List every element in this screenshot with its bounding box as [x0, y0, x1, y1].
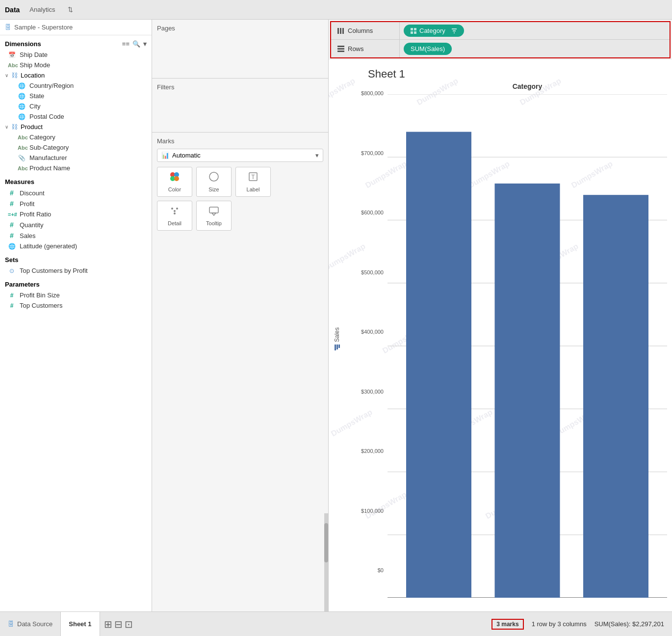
dimension-ship-mode[interactable]: Abc Ship Mode	[0, 60, 152, 70]
tooltip-label: Tooltip	[206, 220, 222, 226]
data-source-tab[interactable]: 🗄 Data Source	[0, 612, 61, 636]
svg-text:T: T	[251, 174, 255, 181]
dimension-city[interactable]: 🌐 City	[0, 101, 152, 111]
filter-icon	[451, 28, 457, 34]
category-pill-icon	[411, 28, 416, 34]
svg-rect-19	[414, 31, 416, 34]
add-sheet-icon1[interactable]: ⊞	[104, 618, 112, 630]
data-source-name[interactable]: Sample - Superstore	[14, 24, 73, 31]
dimension-location-group[interactable]: ∨ ⛓ Location	[0, 70, 152, 80]
set-icon: ⊙	[8, 267, 16, 274]
chart-container: Sales $800,000 $700,000 $600,000 $500,00…	[329, 80, 672, 603]
set-label: Top Customers by Profit	[20, 267, 88, 274]
globe-measure-icon: 🌐	[8, 243, 16, 250]
dim-label: Country/Region	[29, 82, 74, 89]
param-top-customers[interactable]: # Top Customers	[0, 300, 152, 311]
sum-sales-info: SUM(Sales): $2,297,201	[594, 620, 664, 628]
svg-point-9	[176, 208, 178, 210]
measure-quantity[interactable]: # Quantity	[0, 219, 152, 230]
param-profit-bin-size[interactable]: # Profit Bin Size	[0, 290, 152, 300]
filters-section: Filters	[152, 79, 328, 132]
abc-icon: Abc	[18, 134, 26, 140]
bar-furniture[interactable]	[495, 184, 560, 598]
dimension-subcategory[interactable]: Abc Sub-Category	[0, 142, 152, 153]
dimension-postal-code[interactable]: 🌐 Postal Code	[0, 111, 152, 122]
sum-sales-pill[interactable]: SUM(Sales)	[404, 43, 452, 55]
dim-label: Sub-Category	[29, 144, 69, 151]
y-tick: $600,000	[361, 210, 384, 215]
dimension-product-group[interactable]: ∨ ⛓ Product	[0, 122, 152, 132]
hash-icon: #	[8, 221, 16, 229]
measure-label: Profit Ratio	[20, 211, 51, 218]
dropdown-arrow-icon: ▾	[315, 152, 319, 159]
set-top-customers[interactable]: ⊙ Top Customers by Profit	[0, 265, 152, 276]
add-sheet-icon3[interactable]: ⊡	[125, 618, 133, 630]
hash-icon: #	[8, 232, 16, 239]
label-button[interactable]: T Label	[235, 167, 271, 197]
analytics-tab[interactable]: Analytics	[29, 6, 55, 13]
dimension-state[interactable]: 🌐 State	[0, 91, 152, 101]
dim-label: Ship Mode	[20, 61, 50, 69]
dim-label: State	[29, 92, 44, 100]
bar-chart-icon: 📊	[161, 152, 169, 159]
tooltip-button[interactable]: Tooltip	[196, 201, 232, 231]
y-tick: $700,000	[361, 150, 384, 156]
status-info: 3 marks 1 row by 3 columns SUM(Sales): $…	[484, 619, 672, 630]
y-tick: $300,000	[361, 389, 384, 395]
bar-office-supplies[interactable]	[583, 195, 648, 598]
group-label: Location	[21, 72, 45, 79]
measure-discount[interactable]: # Discount	[0, 187, 152, 198]
y-tick: $100,000	[361, 508, 384, 514]
middle-panel: Pages Filters Marks 📊 Automatic ▾	[152, 20, 329, 611]
scrollbar-thumb[interactable]	[324, 523, 328, 562]
size-button[interactable]: Size	[196, 167, 232, 197]
dimension-ship-date[interactable]: 📅 Ship Date	[0, 50, 152, 60]
dimension-category[interactable]: Abc Category	[0, 132, 152, 142]
measure-label: Quantity	[20, 221, 43, 229]
bar-technology[interactable]	[406, 132, 471, 598]
sum-sales-pill-label: SUM(Sales)	[411, 45, 445, 53]
rows-shelf: Rows SUM(Sales)	[331, 40, 670, 57]
svg-rect-14	[340, 28, 341, 34]
y-axis-label-container: Sales	[334, 80, 348, 598]
sort-icon[interactable]: ⇅	[68, 6, 73, 13]
sheet1-tab-label: Sheet 1	[69, 620, 91, 628]
marks-title: Marks	[157, 137, 323, 145]
color-button[interactable]: Color	[157, 167, 192, 197]
dimension-country[interactable]: 🌐 Country/Region	[0, 80, 152, 91]
marks-type-dropdown[interactable]: 📊 Automatic ▾	[157, 149, 323, 162]
dimension-manufacturer[interactable]: 📎 Manufacturer	[0, 153, 152, 163]
svg-rect-18	[411, 31, 413, 34]
measure-profit[interactable]: # Profit	[0, 198, 152, 209]
search-icon[interactable]: 🔍	[132, 40, 140, 48]
data-source-tab-icon: 🗄	[8, 620, 14, 628]
dim-label: Category	[29, 133, 55, 141]
detail-icon	[169, 205, 180, 218]
category-pill[interactable]: Category	[404, 25, 464, 37]
columns-shelf: Columns Category	[331, 22, 670, 40]
viz-canvas: DumpsWrap DumpsWrap DumpsWrap DumpsWrap …	[329, 60, 672, 611]
globe-icon: 🌐	[18, 93, 26, 100]
svg-marker-12	[212, 213, 216, 215]
abc-icon: Abc	[18, 145, 26, 151]
list-view-icon[interactable]: ≡≡	[122, 40, 129, 48]
dim-label: Ship Date	[20, 51, 48, 58]
dropdown-icon[interactable]: ▾	[143, 40, 147, 48]
sheet1-tab[interactable]: Sheet 1	[61, 612, 100, 636]
data-tab[interactable]: Data	[5, 6, 20, 14]
toolbar: Data Analytics ⇅	[0, 0, 672, 20]
measure-profit-ratio[interactable]: =+# Profit Ratio	[0, 209, 152, 219]
y-axis-label: Sales	[334, 327, 340, 351]
detail-button[interactable]: Detail	[157, 201, 192, 231]
hierarchy-icon: ⛓	[11, 72, 18, 79]
measure-sales[interactable]: # Sales	[0, 230, 152, 241]
group-label: Product	[21, 123, 43, 131]
hash-double-icon: =+#	[8, 212, 16, 217]
columns-icon	[337, 27, 345, 35]
measure-latitude[interactable]: 🌐 Latitude (generated)	[0, 241, 152, 251]
dimension-product-name[interactable]: Abc Product Name	[0, 163, 152, 173]
chevron-icon: ∨	[5, 124, 8, 130]
calendar-icon: 📅	[8, 52, 16, 58]
y-tick: $800,000	[361, 90, 384, 96]
add-sheet-icon2[interactable]: ⊟	[114, 618, 123, 630]
